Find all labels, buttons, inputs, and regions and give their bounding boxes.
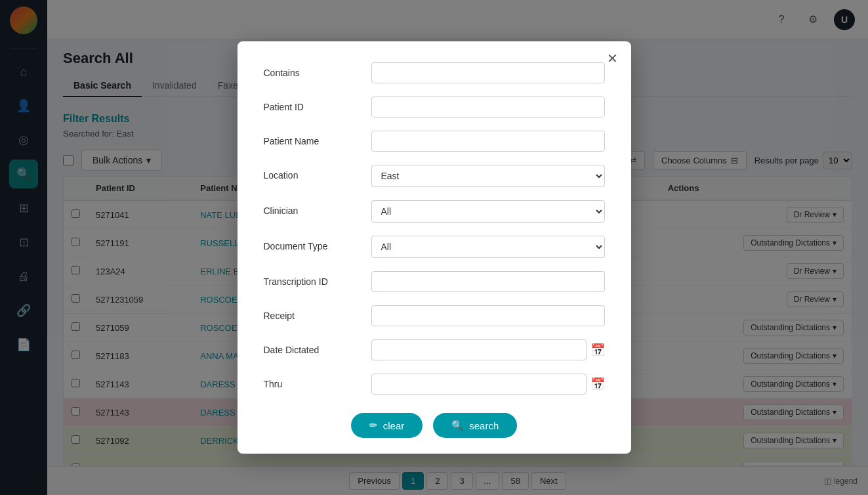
date-dictated-calendar-icon[interactable]: 📅 [590,343,605,357]
transcription-id-field [371,271,605,292]
date-dictated-row: Date Dictated 📅 [264,339,605,360]
date-dictated-label: Date Dictated [264,339,356,355]
patient-id-label: Patient ID [264,97,356,112]
search-icon: 🔍 [451,420,464,431]
contains-field [371,62,605,83]
receipt-row: Receipt [264,305,605,326]
transcription-id-input[interactable] [371,271,605,292]
modal-footer: ✏ clear 🔍 search [264,408,605,438]
contains-label: Contains [264,62,356,78]
thru-input[interactable] [371,374,587,395]
receipt-label: Receipt [264,305,356,321]
contains-row: Contains [264,62,605,83]
date-dictated-field: 📅 [371,339,605,360]
modal-close-button[interactable]: ✕ [607,52,618,65]
patient-name-row: Patient Name [264,131,605,152]
patient-id-row: Patient ID [264,97,605,118]
receipt-input[interactable] [371,305,605,326]
clinician-select[interactable]: All [371,200,605,223]
clinician-field: All [371,200,605,223]
location-label: Location [264,165,356,181]
document-type-field: All [371,236,605,258]
location-select[interactable]: East West North South All [371,165,605,187]
search-label: search [469,420,499,431]
search-button[interactable]: 🔍 search [433,413,517,438]
thru-row: Thru 📅 [264,374,605,395]
patient-name-input[interactable] [371,131,605,152]
modal-overlay[interactable]: ✕ Contains Patient ID Patient Name Locat… [0,0,868,495]
clinician-label: Clinician [264,200,356,216]
date-dictated-wrapper: 📅 [371,339,605,360]
patient-id-field [371,97,605,118]
location-row: Location East West North South All [264,165,605,187]
patient-name-field [371,131,605,152]
clear-label: clear [383,420,405,431]
thru-label: Thru [264,374,356,389]
document-type-select[interactable]: All [371,236,605,258]
thru-calendar-icon[interactable]: 📅 [590,377,605,391]
document-type-row: Document Type All [264,236,605,258]
patient-name-label: Patient Name [264,131,356,146]
receipt-field [371,305,605,326]
transcription-id-label: Transcription ID [264,271,356,287]
clear-icon: ✏ [369,420,378,431]
transcription-id-row: Transcription ID [264,271,605,292]
clinician-row: Clinician All [264,200,605,223]
document-type-label: Document Type [264,236,356,251]
date-dictated-input[interactable] [371,339,587,360]
search-modal: ✕ Contains Patient ID Patient Name Locat… [238,41,631,454]
contains-input[interactable] [371,62,605,83]
thru-field: 📅 [371,374,605,395]
thru-wrapper: 📅 [371,374,605,395]
patient-id-input[interactable] [371,97,605,118]
clear-button[interactable]: ✏ clear [351,413,423,438]
location-field: East West North South All [371,165,605,187]
